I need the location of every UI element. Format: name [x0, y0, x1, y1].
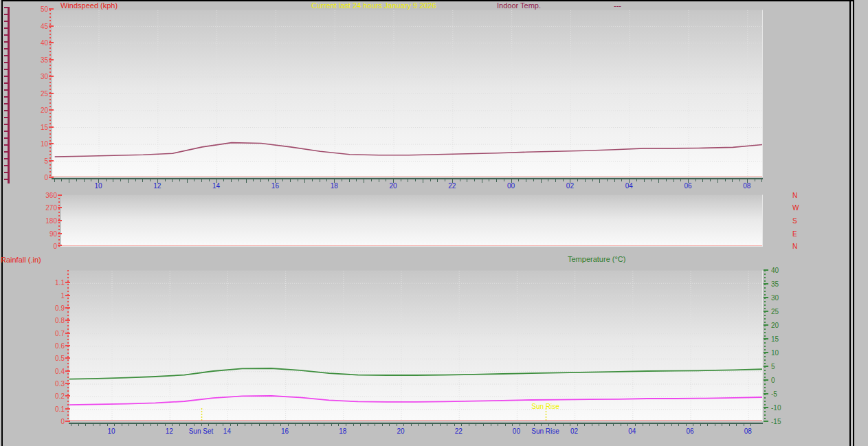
wind-direction-y-tick [58, 207, 62, 208]
compass-label: N [792, 243, 797, 250]
rainfall-x-tick [512, 424, 513, 426]
windspeed-x-tick [702, 179, 703, 182]
rainfall-x-tick [259, 424, 260, 426]
rainfall-y-tick-label: 0.7 [55, 329, 65, 337]
temperature-y-tick [764, 338, 768, 339]
rainfall-y-tick [65, 370, 70, 372]
temperature-y-axis-dots [764, 270, 766, 421]
windspeed-x-tick [84, 179, 85, 182]
temperature-y-tick [764, 407, 768, 408]
temperature-y-tick [764, 393, 768, 394]
windspeed-x-tick [401, 179, 401, 181]
rainfall-x-tick [664, 424, 665, 426]
temperature-y-tick [764, 352, 768, 353]
windspeed-y-tick [49, 25, 54, 27]
windspeed-x-tick [717, 179, 718, 183]
compass-label: N [792, 192, 797, 199]
windspeed-x-tick-label: 12 [153, 182, 161, 190]
rainfall-x-tick-label: 02 [570, 427, 578, 435]
rainfall-x-tick [729, 424, 730, 426]
rainfall-x-tick [678, 424, 679, 426]
windspeed-x-tick-label: 14 [212, 182, 220, 190]
rainfall-x-tick [541, 424, 542, 426]
windspeed-y-tick [49, 93, 54, 94]
rainfall-x-tick [649, 424, 650, 426]
rainfall-y-tick-label: 0 [60, 418, 65, 425]
rainfall-x-tick [744, 424, 744, 426]
temperature-y-tick-label: -10 [771, 404, 781, 412]
rainfall-x-tick [707, 424, 708, 426]
windspeed-y-tick-label: 0 [44, 174, 48, 181]
windspeed-x-tick [342, 179, 342, 181]
rainfall-y-tick-label: 0.4 [55, 367, 65, 375]
windspeed-x-tick [268, 179, 269, 181]
rainfall-x-tick [302, 424, 303, 426]
rainfall-x-tick [686, 424, 687, 426]
rainfall-x-tick [599, 424, 599, 426]
rainfall-x-tick [136, 424, 137, 426]
windspeed-x-tick [710, 179, 711, 181]
windspeed-y-tick [49, 109, 54, 111]
windspeed-x-tick [54, 179, 55, 182]
windspeed-x-tick [142, 179, 143, 182]
rainfall-x-tick [186, 424, 187, 426]
windspeed-x-tick [489, 179, 489, 181]
windspeed-y-tick-label: 10 [41, 140, 48, 148]
wind-direction-y-tick [58, 233, 62, 234]
rainfall-x-tick [592, 424, 592, 426]
windspeed-x-tick [69, 179, 69, 183]
rainfall-x-tick [476, 424, 476, 426]
rainfall-x-tick [526, 424, 527, 426]
rainfall-x-tick [440, 424, 441, 426]
rainfall-y-tick [65, 333, 70, 334]
temperature-chart-title: Temperature (°C) [568, 255, 625, 263]
rainfall-y-tick [65, 395, 70, 397]
window-border-left [1, 0, 3, 446]
rainfall-x-tick [252, 424, 252, 426]
windspeed-y-tick-label: 35 [41, 56, 48, 63]
windspeed-x-tick [732, 179, 733, 182]
rainfall-x-tick [671, 424, 672, 426]
windspeed-chart-title: Windspeed (kph) [60, 1, 118, 10]
indoor-temp-value: --- [614, 1, 621, 10]
compass-label: E [792, 230, 797, 238]
wind-direction-y-tick-label: 0 [53, 243, 57, 250]
windspeed-x-tick [260, 179, 261, 182]
rainfall-x-tick [165, 424, 166, 426]
temperature-y-tick [764, 421, 768, 422]
rainfall-x-tick [346, 424, 346, 426]
rainfall-x-tick [722, 424, 722, 426]
rainfall-x-tick [338, 424, 339, 426]
windspeed-x-tick [467, 179, 467, 182]
rainfall-x-tick [643, 424, 643, 426]
rainfall-y-tick-label: 0.3 [55, 380, 65, 388]
rainfall-x-tick-label: 04 [628, 427, 636, 435]
rainfall-y-tick [65, 295, 70, 296]
windspeed-y-tick-label: 20 [41, 107, 48, 114]
rainfall-x-tick [693, 424, 693, 426]
rainfall-x-tick [360, 424, 361, 426]
wind-direction-y-tick-label: 270 [45, 204, 57, 212]
windspeed-x-tick [526, 179, 526, 182]
rainfall-x-tick [447, 424, 447, 426]
rainfall-x-tick [368, 424, 368, 426]
rainfall-chart-title: Rainfall (.in) [1, 256, 41, 264]
windspeed-x-tick [238, 179, 239, 181]
rainfall-x-tick-label: 10 [107, 427, 115, 435]
temperature-y-tick-label: -15 [771, 418, 781, 425]
rainfall-x-tick [100, 424, 100, 426]
windspeed-x-tick [120, 179, 121, 181]
rainfall-x-tick [194, 424, 194, 426]
windspeed-x-tick [298, 179, 298, 181]
windspeed-chart [52, 10, 763, 177]
rainfall-x-axis [69, 423, 763, 424]
windspeed-x-tick [113, 179, 113, 182]
rainfall-x-tick [93, 424, 93, 426]
windspeed-x-tick [371, 179, 372, 181]
rainfall-y-tick [65, 282, 70, 283]
rainfall-x-tick [750, 424, 751, 426]
windspeed-y-tick [49, 160, 54, 161]
rainfall-x-tick-label: 08 [744, 427, 752, 435]
windspeed-x-tick [563, 179, 564, 181]
rainfall-x-tick [382, 424, 383, 426]
